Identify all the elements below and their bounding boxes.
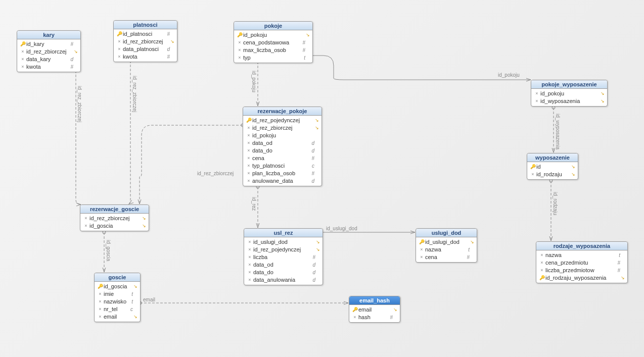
column-name: id_rez_zbiorczej — [252, 124, 309, 132]
arrow-icon: ↘ — [314, 124, 319, 132]
x-icon: × — [236, 46, 243, 54]
key-icon: 🔑 — [19, 40, 26, 48]
column-name: email — [358, 306, 388, 314]
column-name: cena_przedmiotu — [545, 259, 615, 267]
x-icon: × — [418, 246, 425, 253]
x-icon: × — [538, 267, 545, 274]
x-icon: × — [533, 97, 540, 105]
column-row: ×hash# — [349, 314, 400, 321]
x-icon: × — [116, 53, 123, 61]
column-row: ×liczba# — [244, 253, 323, 261]
entity-rodzaje_wyposazenia[interactable]: rodzaje_wyposazenia×nazwat×cena_przedmio… — [536, 241, 628, 283]
column-type: # — [465, 253, 470, 261]
x-icon: × — [97, 305, 104, 313]
entity-header[interactable]: rodzaje_wyposazenia — [536, 242, 627, 250]
column-name: id_pokoju — [243, 31, 300, 39]
rel-label: id_rodzaju — [553, 192, 558, 215]
arrow-icon: ↘ — [133, 283, 138, 290]
entity-body: 🔑id_platnosci#×id_rez_zbiorczej↘×data_pl… — [114, 29, 177, 62]
arrow-icon: ↘ — [571, 163, 576, 171]
column-row: ×id_rez_zbiorczej↘ — [243, 124, 321, 132]
column-name: id_kary — [26, 40, 68, 48]
entity-wyposazenie[interactable]: wyposazenie🔑id↘×id_rodzaju↘ — [527, 153, 578, 180]
column-type: # — [615, 259, 620, 267]
column-name: hash — [358, 314, 388, 321]
arrow-icon: ↘ — [133, 313, 138, 321]
column-row: 🔑id_kary# — [17, 40, 80, 48]
column-name: id_pokoju — [252, 132, 309, 139]
entity-header[interactable]: wyposazenie — [527, 154, 578, 162]
entity-kary[interactable]: kary🔑id_kary#×id_rez_zbiorczej↘×data_kar… — [17, 30, 81, 72]
x-icon: × — [236, 39, 243, 46]
column-type: d — [310, 261, 315, 269]
key-icon: 🔑 — [538, 274, 545, 282]
x-icon: × — [245, 170, 252, 177]
column-name: kwota — [123, 53, 165, 61]
column-row: 🔑id↘ — [527, 163, 578, 171]
entity-pokoje_wyposazenie[interactable]: pokoje_wyposazenie×id_pokoju↘×id_wyposaz… — [531, 80, 608, 107]
entity-header[interactable]: usl_rez — [244, 229, 323, 237]
entity-header[interactable]: goscie — [95, 273, 140, 282]
column-name: typ — [243, 54, 300, 62]
column-type: d — [309, 139, 314, 147]
column-name: typ_platnosci — [252, 162, 309, 170]
column-type: c — [128, 305, 133, 313]
arrow-icon: ↘ — [142, 222, 147, 230]
column-name: cena — [425, 253, 465, 261]
column-type: d — [310, 276, 315, 284]
x-icon: × — [245, 139, 252, 147]
column-row: ×nazwat — [416, 246, 477, 253]
column-name: kwota — [26, 63, 68, 71]
column-row: ×typt — [234, 54, 312, 62]
entity-rezerwacje_pokoje[interactable]: rezerwacje_pokoje🔑id_rez_pojedynczej↘×id… — [243, 107, 322, 186]
entity-header[interactable]: pokoje_wyposazenie — [531, 80, 607, 89]
entity-body: 🔑id↘×id_rodzaju↘ — [527, 162, 578, 179]
entity-usl_rez[interactable]: usl_rez×id_uslugi_dod↘×id_rez_pojedyncze… — [244, 228, 323, 285]
key-icon: 🔑 — [97, 283, 104, 290]
x-icon: × — [97, 313, 104, 321]
column-row: ×cena_przedmiotu# — [536, 259, 627, 267]
column-name: id_rez_pojedynczej — [252, 117, 309, 124]
column-type: # — [68, 40, 73, 48]
entity-email_hash[interactable]: email_hash🔑email↘×hash# — [349, 296, 400, 323]
column-row: ×email↘ — [95, 313, 140, 321]
entity-header[interactable]: rezerwacje_goscie — [80, 205, 149, 214]
column-row: ×id_rez_zbiorczej↘ — [114, 38, 177, 45]
column-name: plan_liczba_osob — [252, 170, 309, 177]
entity-header[interactable]: platnosci — [114, 21, 177, 29]
key-icon: 🔑 — [529, 163, 536, 171]
column-type: c — [309, 162, 314, 170]
arrow-icon: ↘ — [571, 171, 576, 178]
column-row: ×anulowane_datad — [243, 177, 321, 185]
column-type: # — [309, 170, 314, 177]
column-name: nazwisko — [104, 298, 128, 305]
column-name: id_rez_zbiorczej — [123, 38, 165, 45]
entity-header[interactable]: kary — [17, 31, 80, 39]
column-row: ×id_rez_zbiorczej↘ — [80, 215, 149, 222]
entity-body: 🔑id_rez_pojedynczej↘×id_rez_zbiorczej↘×i… — [243, 116, 321, 186]
column-name: data_od — [253, 261, 310, 269]
entity-header[interactable]: pokoje — [234, 22, 312, 30]
rel-label: id_goscia — [106, 240, 111, 261]
rel-label: id_rez_zbiorczej — [77, 86, 82, 122]
x-icon: × — [116, 38, 123, 45]
x-icon: × — [246, 276, 253, 284]
rel-label: id_pokoju — [251, 71, 257, 92]
column-row: 🔑id_platnosci# — [114, 30, 177, 38]
entity-platnosci[interactable]: platnosci🔑id_platnosci#×id_rez_zbiorczej… — [113, 20, 177, 62]
entity-header[interactable]: uslugi_dod — [416, 229, 477, 237]
entity-goscie[interactable]: goscie🔑id_goscia↘×imiet×nazwiskot×nr_tel… — [94, 273, 141, 322]
entity-pokoje[interactable]: pokoje🔑id_pokoju↘×cena_podstawowa#×max_l… — [234, 21, 313, 63]
column-name: id — [536, 163, 566, 171]
column-name: imie — [104, 290, 128, 298]
column-name: data_platnosci — [123, 45, 165, 53]
entity-header[interactable]: email_hash — [349, 296, 400, 305]
column-row: ×typ_platnoscic — [243, 162, 321, 170]
arrow-icon: ↘ — [470, 238, 475, 246]
x-icon: × — [19, 63, 26, 71]
entity-uslugi_dod[interactable]: uslugi_dod🔑id_uslugi_dod↘×nazwat×cena# — [416, 228, 477, 263]
entity-header[interactable]: rezerwacje_pokoje — [243, 107, 321, 116]
entity-rezerwacje_goscie[interactable]: rezerwacje_goscie×id_rez_zbiorczej↘×id_g… — [80, 205, 149, 231]
column-row: ×data_platnoscid — [114, 45, 177, 53]
column-row: ×id_rez_pojedynczej↘ — [244, 246, 323, 253]
